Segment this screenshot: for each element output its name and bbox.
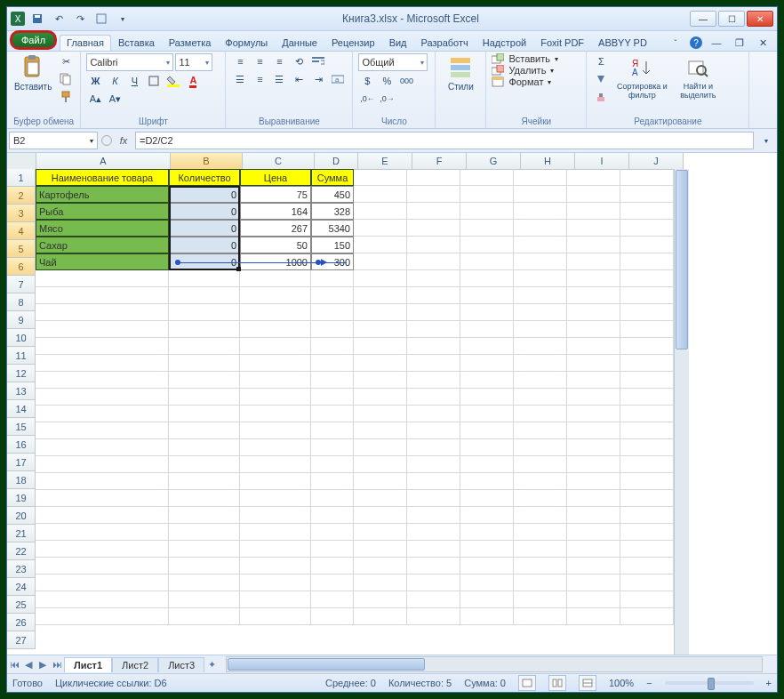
sheet-tab[interactable]: Лист2	[112, 657, 158, 672]
cell[interactable]	[407, 237, 460, 253]
cell[interactable]	[567, 439, 620, 456]
cell[interactable]	[36, 558, 169, 574]
tab-данные[interactable]: Данные	[275, 35, 324, 51]
maximize-button[interactable]: ☐	[718, 11, 745, 27]
col-header-C[interactable]: C	[243, 153, 315, 170]
cell[interactable]	[460, 574, 514, 591]
cell[interactable]	[354, 406, 407, 422]
cell[interactable]	[354, 507, 407, 524]
cell[interactable]	[620, 186, 674, 203]
cell[interactable]	[460, 507, 514, 524]
cell[interactable]	[620, 220, 674, 237]
cell[interactable]	[407, 439, 460, 456]
cell[interactable]: 50	[240, 237, 311, 253]
cell[interactable]	[36, 541, 169, 558]
cell[interactable]	[240, 507, 311, 524]
cell[interactable]	[407, 186, 460, 203]
align-right-icon[interactable]: ☰	[270, 71, 288, 87]
cell[interactable]	[514, 389, 567, 406]
cell[interactable]	[460, 524, 514, 541]
clear-icon[interactable]	[592, 89, 610, 105]
cell[interactable]	[460, 355, 514, 372]
cell[interactable]: 300	[311, 253, 354, 270]
cell[interactable]	[240, 287, 311, 304]
qat-more-icon[interactable]	[92, 11, 110, 27]
cell[interactable]	[169, 372, 240, 389]
find-select-button[interactable]: Найти и выделить	[674, 53, 722, 101]
cut-icon[interactable]: ✂	[57, 53, 75, 69]
cell[interactable]	[240, 608, 311, 625]
cell[interactable]	[620, 203, 674, 220]
cell[interactable]	[620, 372, 674, 389]
view-normal-icon[interactable]	[518, 675, 536, 691]
cell[interactable]	[567, 608, 620, 625]
cell[interactable]	[311, 558, 354, 574]
help-icon[interactable]: ?	[690, 36, 702, 49]
cell[interactable]	[407, 456, 460, 473]
cell[interactable]	[354, 439, 407, 456]
cancel-formula-icon[interactable]	[101, 135, 112, 146]
cell[interactable]	[407, 422, 460, 439]
cells-insert-button[interactable]: Вставить▾	[492, 53, 558, 64]
row-header[interactable]: 15	[7, 418, 36, 436]
cell[interactable]	[460, 372, 514, 389]
doc-minimize-icon[interactable]: —	[708, 35, 725, 51]
align-top-icon[interactable]: ≡	[231, 53, 249, 69]
decrease-indent-icon[interactable]: ⇤	[290, 71, 308, 87]
cell[interactable]	[240, 355, 311, 372]
cell[interactable]	[567, 237, 620, 253]
cell[interactable]	[36, 338, 169, 355]
cell[interactable]	[567, 524, 620, 541]
cell[interactable]	[620, 439, 674, 456]
tab-file[interactable]: Файл	[10, 30, 57, 50]
cell[interactable]	[354, 574, 407, 591]
cell[interactable]	[354, 608, 407, 625]
tab-вставка[interactable]: Вставка	[111, 35, 162, 51]
font-name-combo[interactable]: Calibri▾	[86, 53, 173, 71]
cell[interactable]	[36, 321, 169, 338]
cell[interactable]	[567, 287, 620, 304]
tab-вид[interactable]: Вид	[382, 35, 414, 51]
cell[interactable]	[460, 237, 514, 253]
cell[interactable]	[169, 270, 240, 287]
align-left-icon[interactable]: ☰	[231, 71, 249, 87]
cell[interactable]	[407, 220, 460, 237]
cell[interactable]	[354, 591, 407, 608]
cell[interactable]	[407, 372, 460, 389]
fill-icon[interactable]	[592, 71, 610, 87]
cell[interactable]: 5340	[311, 220, 354, 237]
row-header[interactable]: 21	[7, 525, 36, 542]
cell[interactable]	[407, 338, 460, 355]
cell[interactable]	[240, 389, 311, 406]
cell[interactable]	[514, 372, 567, 389]
cell[interactable]	[567, 389, 620, 406]
row-header[interactable]: 27	[7, 631, 36, 649]
cell[interactable]	[169, 608, 240, 625]
row-header[interactable]: 24	[7, 578, 36, 596]
minimize-button[interactable]: —	[690, 11, 716, 27]
cell[interactable]	[514, 439, 567, 456]
cell[interactable]	[620, 270, 674, 287]
cell[interactable]	[354, 541, 407, 558]
new-sheet-icon[interactable]: ✦	[204, 657, 219, 671]
cell[interactable]: 75	[240, 186, 311, 203]
cell[interactable]	[567, 541, 620, 558]
sheet-tab[interactable]: Лист1	[64, 657, 112, 672]
cell[interactable]	[514, 169, 567, 186]
cell[interactable]	[620, 591, 674, 608]
styles-button[interactable]: Стили	[441, 53, 480, 93]
cell[interactable]	[460, 270, 514, 287]
cell[interactable]	[620, 169, 674, 186]
row-header[interactable]: 10	[7, 329, 36, 347]
cell[interactable]	[354, 473, 407, 490]
cell[interactable]	[311, 338, 354, 355]
sheet-nav-prev-icon[interactable]: ◀	[21, 657, 36, 671]
cell[interactable]	[514, 287, 567, 304]
cells-delete-button[interactable]: Удалить▾	[492, 65, 554, 76]
cell[interactable]	[36, 304, 169, 321]
row-header[interactable]: 26	[7, 614, 36, 631]
cell[interactable]	[407, 270, 460, 287]
tab-рецензир[interactable]: Рецензир	[324, 35, 382, 51]
col-header-I[interactable]: I	[575, 153, 629, 170]
cell[interactable]	[311, 524, 354, 541]
